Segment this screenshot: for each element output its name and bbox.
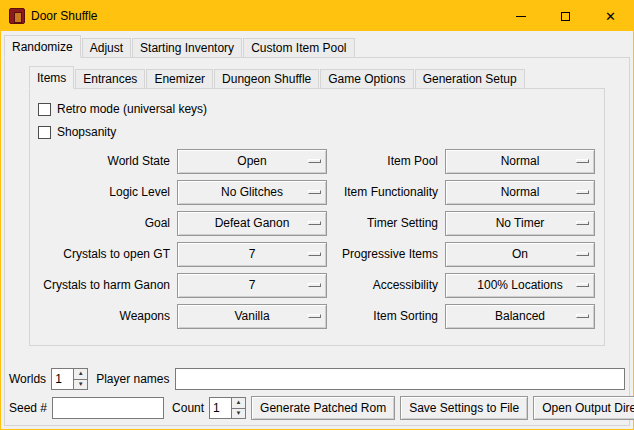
retro-mode-label: Retro mode (universal keys) bbox=[57, 103, 207, 116]
tab-custom-item-pool[interactable]: Custom Item Pool bbox=[243, 38, 354, 58]
item-sorting-dropdown[interactable]: Balanced bbox=[445, 304, 595, 329]
tab-enemizer[interactable]: Enemizer bbox=[146, 69, 213, 89]
app-icon bbox=[9, 8, 25, 24]
count-input[interactable] bbox=[209, 397, 231, 419]
logic-level-value: No Glitches bbox=[221, 185, 283, 199]
item-sorting-label: Item Sorting bbox=[334, 304, 438, 329]
worlds-row: Worlds ▲ ▼ Player names bbox=[9, 367, 625, 391]
dropdown-indicator-icon bbox=[308, 190, 321, 194]
spin-down-icon[interactable]: ▼ bbox=[73, 380, 88, 391]
dropdown-indicator-icon bbox=[308, 283, 321, 287]
goal-value: Defeat Ganon bbox=[215, 216, 290, 230]
minimize-button[interactable] bbox=[498, 1, 543, 31]
seed-label: Seed # bbox=[9, 397, 47, 419]
timer-setting-dropdown[interactable]: No Timer bbox=[445, 211, 595, 236]
logic-level-dropdown[interactable]: No Glitches bbox=[177, 180, 327, 205]
close-icon: ✕ bbox=[605, 10, 616, 23]
crystals-gt-label: Crystals to open GT bbox=[38, 242, 170, 267]
player-names-label: Player names bbox=[96, 368, 169, 390]
save-settings-button[interactable]: Save Settings to File bbox=[400, 396, 528, 420]
accessibility-label: Accessibility bbox=[334, 273, 438, 298]
worlds-stepper: ▲ ▼ bbox=[51, 368, 88, 390]
weapons-label: Weapons bbox=[38, 304, 170, 329]
retro-mode-row: Retro mode (universal keys) bbox=[38, 98, 596, 120]
title-bar[interactable]: Door Shuffle ✕ bbox=[1, 1, 633, 31]
tab-generation-setup[interactable]: Generation Setup bbox=[415, 69, 525, 89]
world-state-dropdown[interactable]: Open bbox=[177, 149, 327, 174]
randomize-pane: Items Entrances Enemizer Dungeon Shuffle… bbox=[4, 57, 630, 426]
dropdown-indicator-icon bbox=[576, 159, 589, 163]
retro-mode-checkbox[interactable] bbox=[38, 103, 51, 116]
app-window: Door Shuffle ✕ Randomize Adjust Starting… bbox=[0, 0, 634, 430]
tab-adjust[interactable]: Adjust bbox=[82, 38, 131, 58]
shopsanity-label: Shopsanity bbox=[57, 126, 116, 139]
worlds-label: Worlds bbox=[9, 368, 46, 390]
crystals-ganon-label: Crystals to harm Ganon bbox=[38, 273, 170, 298]
bottom-bar: Worlds ▲ ▼ Player names Seed # Count bbox=[9, 367, 625, 420]
accessibility-dropdown[interactable]: 100% Locations bbox=[445, 273, 595, 298]
dropdown-indicator-icon bbox=[308, 314, 321, 318]
maximize-icon bbox=[561, 12, 570, 21]
count-stepper-arrows: ▲ ▼ bbox=[231, 397, 246, 419]
progressive-items-dropdown[interactable]: On bbox=[445, 242, 595, 267]
primary-tabbar: Randomize Adjust Starting Inventory Cust… bbox=[1, 31, 633, 58]
item-functionality-label: Item Functionality bbox=[334, 180, 438, 205]
secondary-tabbar: Items Entrances Enemizer Dungeon Shuffle… bbox=[29, 65, 629, 89]
close-button[interactable]: ✕ bbox=[588, 1, 633, 31]
tab-starting-inventory[interactable]: Starting Inventory bbox=[132, 38, 242, 58]
spin-up-icon[interactable]: ▲ bbox=[231, 397, 246, 409]
dropdown-indicator-icon bbox=[576, 283, 589, 287]
count-stepper: ▲ ▼ bbox=[209, 397, 246, 419]
seed-input[interactable] bbox=[52, 397, 164, 419]
dropdown-indicator-icon bbox=[308, 159, 321, 163]
open-output-directory-button[interactable]: Open Output Directory bbox=[533, 396, 634, 420]
items-pane: Retro mode (universal keys) Shopsanity W… bbox=[29, 88, 605, 346]
item-pool-label: Item Pool bbox=[334, 149, 438, 174]
tab-randomize[interactable]: Randomize bbox=[4, 35, 81, 58]
item-pool-dropdown[interactable]: Normal bbox=[445, 149, 595, 174]
accessibility-value: 100% Locations bbox=[477, 278, 562, 292]
timer-setting-value: No Timer bbox=[496, 216, 545, 230]
tab-items[interactable]: Items bbox=[29, 66, 74, 89]
dropdown-indicator-icon bbox=[308, 252, 321, 256]
minimize-icon bbox=[516, 16, 526, 17]
tab-dungeon-shuffle[interactable]: Dungeon Shuffle bbox=[214, 69, 319, 89]
crystals-ganon-dropdown[interactable]: 7 bbox=[177, 273, 327, 298]
weapons-value: Vanilla bbox=[234, 309, 269, 323]
item-sorting-value: Balanced bbox=[495, 309, 545, 323]
timer-setting-label: Timer Setting bbox=[334, 211, 438, 236]
count-label: Count bbox=[172, 397, 204, 419]
options-grid: World State Open Item Pool Normal Logic … bbox=[38, 149, 596, 329]
tab-game-options[interactable]: Game Options bbox=[320, 69, 413, 89]
world-state-label: World State bbox=[38, 149, 170, 174]
generate-patched-rom-button[interactable]: Generate Patched Rom bbox=[251, 396, 395, 420]
crystals-gt-dropdown[interactable]: 7 bbox=[177, 242, 327, 267]
window-title: Door Shuffle bbox=[31, 9, 98, 23]
item-pool-value: Normal bbox=[501, 154, 540, 168]
weapons-dropdown[interactable]: Vanilla bbox=[177, 304, 327, 329]
dropdown-indicator-icon bbox=[576, 314, 589, 318]
worlds-input[interactable] bbox=[51, 368, 73, 390]
seed-row: Seed # Count ▲ ▼ Generate Patched Rom Sa… bbox=[9, 396, 625, 420]
progressive-items-label: Progressive Items bbox=[334, 242, 438, 267]
dropdown-indicator-icon bbox=[576, 252, 589, 256]
shopsanity-row: Shopsanity bbox=[38, 121, 596, 143]
crystals-ganon-value: 7 bbox=[249, 278, 256, 292]
goal-dropdown[interactable]: Defeat Ganon bbox=[177, 211, 327, 236]
player-names-input[interactable] bbox=[175, 368, 626, 390]
spin-down-icon[interactable]: ▼ bbox=[231, 409, 246, 420]
world-state-value: Open bbox=[237, 154, 266, 168]
item-functionality-dropdown[interactable]: Normal bbox=[445, 180, 595, 205]
crystals-gt-value: 7 bbox=[249, 247, 256, 261]
shopsanity-checkbox[interactable] bbox=[38, 126, 51, 139]
dropdown-indicator-icon bbox=[308, 221, 321, 225]
progressive-items-value: On bbox=[512, 247, 528, 261]
maximize-button[interactable] bbox=[543, 1, 588, 31]
tab-entrances[interactable]: Entrances bbox=[75, 69, 145, 89]
logic-level-label: Logic Level bbox=[38, 180, 170, 205]
goal-label: Goal bbox=[38, 211, 170, 236]
dropdown-indicator-icon bbox=[576, 190, 589, 194]
item-functionality-value: Normal bbox=[501, 185, 540, 199]
dropdown-indicator-icon bbox=[576, 221, 589, 225]
spin-up-icon[interactable]: ▲ bbox=[73, 368, 88, 380]
